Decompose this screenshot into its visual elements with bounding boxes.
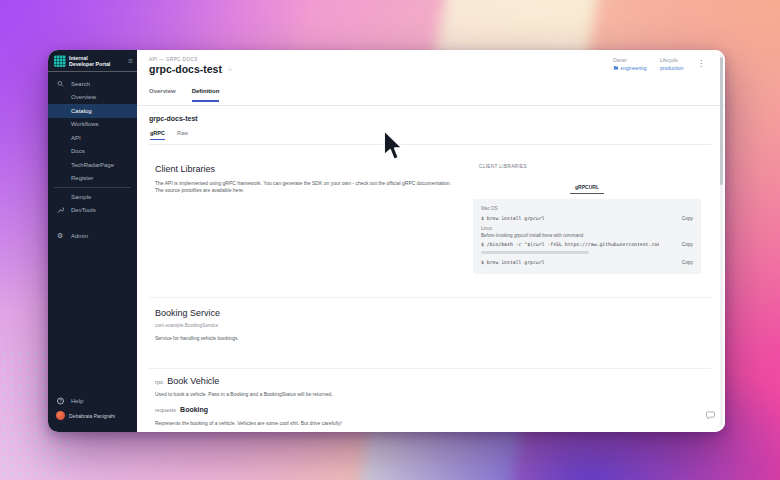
sidebar-item-label: Admin bbox=[71, 233, 88, 239]
vertical-scrollbar-thumb[interactable] bbox=[720, 57, 723, 185]
code-snippet: $ brew install grpcurl bbox=[481, 260, 545, 265]
tab-definition[interactable]: Definition bbox=[192, 88, 220, 102]
sidebar-item-sample[interactable]: Sample bbox=[48, 190, 137, 204]
sidebar-item-catalog[interactable]: Catalog bbox=[48, 104, 137, 118]
lifecycle-meta: Lifecycle production bbox=[660, 58, 683, 71]
requests-name: Booking bbox=[180, 406, 208, 413]
app-window: Internal Developer Portal ☰ Search Overv… bbox=[48, 50, 725, 432]
client-libraries-panel: CLIENT LIBRARIES gRPCURL Mac OS $ brew i… bbox=[473, 164, 701, 274]
client-libraries-description: The API is implemented using gRPC framew… bbox=[155, 180, 475, 194]
code-row: $ brew install grpcurl Copy bbox=[481, 257, 693, 268]
sidebar-divider bbox=[54, 187, 131, 188]
sidebar-item-admin[interactable]: ⚙ Admin bbox=[48, 229, 137, 243]
copy-button[interactable]: Copy bbox=[682, 260, 693, 265]
kebab-menu-icon[interactable]: ⋮ bbox=[697, 59, 705, 68]
page-tabs: Overview Definition bbox=[149, 88, 219, 102]
lifecycle-value: production bbox=[660, 65, 683, 71]
rpc-prefix: rpc bbox=[155, 379, 163, 385]
wrench-icon bbox=[57, 207, 64, 214]
sidebar-item-label: Search bbox=[71, 81, 90, 87]
rpc-description: Used to book a vehicle. Pass in a Bookin… bbox=[155, 391, 333, 397]
owner-label: Owner bbox=[613, 58, 647, 63]
sidebar-item-label: Docs bbox=[71, 148, 85, 154]
sidebar-item-label: Sample bbox=[71, 194, 91, 200]
sidebar-item-label: Catalog bbox=[71, 108, 92, 114]
avatar bbox=[56, 411, 65, 420]
tab-grpcurl[interactable]: gRPCURL bbox=[570, 184, 604, 194]
tab-grpc[interactable]: gRPC bbox=[150, 130, 165, 140]
sidebar: Internal Developer Portal ☰ Search Overv… bbox=[48, 50, 137, 432]
sidebar-item-label: TechRadarPage bbox=[71, 162, 114, 168]
macos-label: Mac OS bbox=[481, 206, 693, 211]
copy-button[interactable]: Copy bbox=[682, 242, 693, 247]
brand-title: Internal Developer Portal bbox=[69, 55, 111, 67]
sidebar-item-label: Register bbox=[71, 175, 93, 181]
sidebar-item-register[interactable]: Register bbox=[48, 172, 137, 186]
requests-prefix: requests bbox=[155, 407, 176, 413]
booking-service-description: Service for handling vehicle bookings. bbox=[155, 335, 239, 341]
linux-note: Before invoking grpcurl install brew wit… bbox=[481, 233, 693, 238]
code-snippet: $ /bin/bash -c "$(curl -fsSL https://raw… bbox=[481, 242, 659, 247]
sidebar-collapse-icon[interactable]: ☰ bbox=[128, 58, 133, 64]
booking-service-heading: Booking Service bbox=[155, 308, 220, 318]
copy-button[interactable]: Copy bbox=[682, 216, 693, 221]
card-tabs: gRPC Raw bbox=[150, 130, 188, 140]
panel-header: CLIENT LIBRARIES bbox=[473, 164, 701, 169]
horizontal-scrollbar[interactable] bbox=[481, 251, 589, 254]
card-title: grpc-docs-test bbox=[149, 115, 198, 122]
code-row: $ /bin/bash -c "$(curl -fsSL https://raw… bbox=[481, 239, 693, 250]
owner-link[interactable]: engineering bbox=[613, 65, 647, 71]
sidebar-item-overview[interactable]: Overview bbox=[48, 91, 137, 105]
sidebar-item-techradarpage[interactable]: TechRadarPage bbox=[48, 158, 137, 172]
code-row: $ brew install grpcurl Copy bbox=[481, 213, 693, 224]
tab-raw[interactable]: Raw bbox=[177, 130, 188, 140]
card-divider bbox=[149, 144, 711, 145]
linux-label: Linux bbox=[481, 226, 693, 231]
user-name: Debabrata Panigrahi bbox=[69, 413, 115, 419]
code-snippet: $ brew install grpcurl bbox=[481, 216, 545, 221]
section-divider bbox=[149, 368, 711, 369]
help-icon: ? bbox=[57, 398, 64, 405]
brand-logo-icon bbox=[54, 55, 66, 67]
breadcrumb: API — GRPC-DOCS bbox=[149, 57, 198, 62]
main-content: API — GRPC-DOCS grpc-docs-test ☆ Owner e… bbox=[137, 50, 725, 432]
gear-icon: ⚙ bbox=[57, 232, 63, 239]
search-icon bbox=[57, 80, 64, 87]
booking-service-id: com.example.BookingService bbox=[155, 323, 218, 328]
tab-overview[interactable]: Overview bbox=[149, 88, 176, 102]
sidebar-item-docs[interactable]: Docs bbox=[48, 145, 137, 159]
lifecycle-label: Lifecycle bbox=[660, 58, 683, 63]
feedback-icon[interactable] bbox=[706, 405, 715, 423]
favorite-star-icon[interactable]: ☆ bbox=[227, 65, 233, 73]
group-icon bbox=[613, 65, 619, 70]
owner-meta: Owner engineering bbox=[613, 58, 647, 71]
header-divider bbox=[137, 105, 725, 106]
code-panel: Mac OS $ brew install grpcurl Copy Linux… bbox=[473, 199, 701, 274]
user-menu[interactable]: Debabrata Panigrahi bbox=[48, 408, 137, 423]
page-title: grpc-docs-test bbox=[149, 63, 222, 75]
sidebar-item-workflows[interactable]: Workflows bbox=[48, 118, 137, 132]
sidebar-item-api[interactable]: API bbox=[48, 131, 137, 145]
sidebar-footer: ? Help Debabrata Panigrahi bbox=[48, 395, 137, 433]
sidebar-header: Internal Developer Portal ☰ bbox=[48, 50, 137, 72]
sidebar-item-label: API bbox=[71, 135, 81, 141]
sidebar-item-label: Help bbox=[71, 398, 83, 404]
sidebar-item-label: Overview bbox=[71, 94, 96, 100]
requests-description: Represents the booking of a vehicle. Veh… bbox=[155, 420, 342, 426]
rpc-name: Book Vehicle bbox=[167, 376, 219, 386]
sidebar-item-search[interactable]: Search bbox=[48, 77, 137, 91]
client-libraries-heading: Client Libraries bbox=[155, 164, 215, 174]
sidebar-item-label: Workflows bbox=[71, 121, 99, 127]
sidebar-nav: Search Overview Catalog Workflows API Do… bbox=[48, 72, 137, 243]
sidebar-item-devtools[interactable]: DevTools bbox=[48, 204, 137, 218]
sidebar-item-label: DevTools bbox=[71, 207, 96, 213]
section-divider bbox=[149, 297, 711, 298]
sidebar-item-help[interactable]: ? Help bbox=[48, 395, 137, 409]
